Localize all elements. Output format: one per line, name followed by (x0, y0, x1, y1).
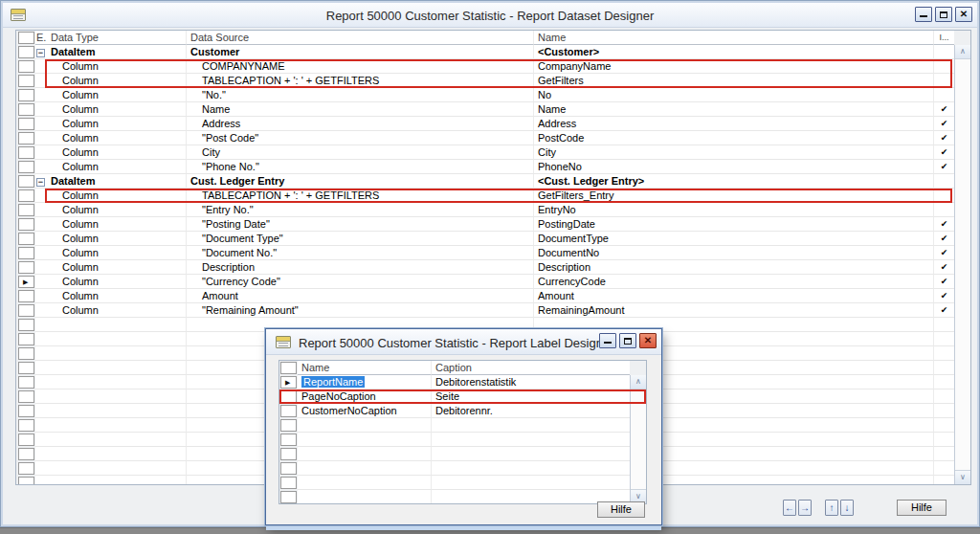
row-selector-cell[interactable] (16, 404, 35, 418)
name-cell[interactable]: Description (534, 260, 934, 275)
include-caption-cell[interactable]: ✔ (934, 260, 954, 275)
row-selector-box[interactable] (18, 89, 34, 101)
row-selector-box[interactable] (18, 304, 34, 317)
data-type-cell[interactable] (47, 389, 187, 404)
row-selector-box[interactable] (18, 319, 34, 331)
data-type-cell[interactable] (47, 404, 187, 418)
row-selector-cell[interactable] (16, 217, 35, 232)
table-row[interactable]: ColumnAddressAddress✔ (16, 117, 970, 131)
name-cell[interactable]: EntryNo (534, 203, 934, 217)
row-selector-cell[interactable] (16, 389, 35, 404)
include-caption-cell[interactable] (934, 461, 954, 476)
row-selector-cell[interactable] (279, 461, 298, 476)
label-table-row[interactable]: PageNoCaptionSeite (279, 389, 646, 404)
label-table-row[interactable]: CustomerNoCaptionDebitorennr. (279, 404, 646, 418)
minimize-button[interactable] (915, 7, 932, 22)
row-selector-cell[interactable] (279, 389, 298, 404)
data-source-cell[interactable]: Description (187, 260, 534, 275)
include-caption-cell[interactable] (934, 404, 954, 418)
row-selector-box[interactable] (280, 448, 297, 460)
data-source-cell[interactable]: "Posting Date" (187, 217, 534, 232)
row-selector-cell[interactable] (16, 303, 35, 318)
data-type-cell[interactable] (47, 375, 187, 389)
include-caption-cell[interactable] (934, 418, 954, 433)
help-button-main[interactable]: Hilfe (897, 500, 947, 516)
label-table-row[interactable]: ▶ReportNameDebitorenstatistik (279, 375, 646, 389)
name-cell[interactable]: RemainingAmount (534, 303, 934, 318)
label-name-cell[interactable]: PageNoCaption (298, 389, 432, 404)
row-selector-box[interactable] (18, 103, 34, 116)
empty-label-table-row[interactable] (279, 490, 646, 503)
include-caption-cell[interactable] (934, 74, 954, 88)
row-selector-box[interactable] (18, 189, 34, 202)
name-cell[interactable]: CompanyName (534, 59, 934, 74)
data-source-cell[interactable]: "Remaining Amount" (187, 303, 534, 318)
include-caption-cell[interactable] (934, 361, 954, 375)
include-caption-cell[interactable]: ✔ (934, 289, 954, 303)
empty-label-table-row[interactable] (279, 461, 646, 476)
data-source-cell[interactable]: "Currency Code" (187, 275, 534, 289)
move-down-button[interactable]: ↓ (840, 500, 854, 516)
row-selector-cell[interactable] (16, 318, 35, 332)
empty-label-table-row[interactable] (279, 447, 646, 461)
row-selector-cell[interactable] (279, 447, 298, 461)
table-row[interactable]: ColumnAmountAmount✔ (16, 289, 970, 303)
row-selector-box[interactable] (18, 175, 34, 188)
include-caption-cell[interactable]: ✔ (934, 217, 954, 232)
data-type-cell[interactable]: Column (47, 131, 187, 145)
row-selector-cell[interactable] (16, 433, 35, 447)
row-selector-box[interactable] (18, 75, 34, 87)
include-caption-cell[interactable] (934, 189, 954, 203)
data-type-cell[interactable]: Column (47, 303, 187, 318)
name-cell[interactable]: GetFilters_Entry (534, 189, 934, 203)
name-cell[interactable]: PostingDate (534, 217, 934, 232)
row-selector-box[interactable] (280, 405, 297, 417)
collapse-icon[interactable]: − (36, 178, 45, 187)
data-type-cell[interactable] (47, 318, 187, 332)
table-row[interactable]: Column"Posting Date"PostingDate✔ (16, 217, 970, 232)
name-cell[interactable]: PostCode (534, 131, 934, 145)
include-caption-cell[interactable]: ✔ (934, 102, 954, 117)
row-selector-box[interactable] (280, 419, 297, 432)
data-type-cell[interactable] (47, 332, 187, 346)
data-source-cell[interactable]: "Post Code" (187, 131, 534, 145)
include-caption-cell[interactable] (934, 346, 954, 361)
row-selector-box[interactable] (18, 290, 34, 302)
include-caption-cell[interactable]: ✔ (934, 232, 954, 246)
label-name-cell[interactable] (298, 447, 432, 461)
row-selector-cell[interactable] (16, 189, 35, 203)
data-type-cell[interactable]: DataItem (47, 174, 187, 189)
data-source-cell[interactable]: "No." (187, 88, 534, 102)
header-selector-box[interactable] (18, 32, 34, 44)
label-caption-cell[interactable]: Debitorenstatistik (432, 375, 630, 389)
table-row[interactable]: Column"Entry No."EntryNo (16, 203, 970, 217)
row-selector-box[interactable] (18, 146, 34, 159)
col-header-expand[interactable]: E.. (35, 31, 47, 45)
data-type-cell[interactable] (47, 433, 187, 447)
row-selector-cell[interactable] (16, 174, 35, 189)
name-cell[interactable]: <Cust. Ledger Entry> (534, 174, 934, 189)
row-selector-box[interactable] (18, 448, 34, 460)
row-selector-box[interactable] (18, 347, 34, 360)
include-caption-cell[interactable] (934, 88, 954, 102)
table-row[interactable]: Column"Post Code"PostCode✔ (16, 131, 970, 145)
row-selector-box[interactable] (280, 462, 297, 475)
dialog-minimize-button[interactable] (599, 333, 616, 348)
data-type-cell[interactable]: Column (47, 59, 187, 74)
data-source-cell[interactable]: "Entry No." (187, 203, 534, 217)
row-selector-cell[interactable] (16, 117, 35, 131)
include-caption-cell[interactable] (934, 375, 954, 389)
row-selector-box[interactable] (280, 491, 297, 503)
dialog-maximize-button[interactable] (619, 333, 636, 348)
next-record-button[interactable]: → (798, 500, 812, 516)
row-selector-cell[interactable] (279, 476, 298, 490)
data-type-cell[interactable]: Column (47, 260, 187, 275)
row-selector-cell[interactable] (279, 490, 298, 503)
name-cell[interactable]: Address (534, 117, 934, 131)
row-selector-box[interactable] (18, 161, 34, 173)
row-selector-cell[interactable] (16, 145, 35, 160)
row-selector-box[interactable] (18, 218, 34, 231)
row-selector-box[interactable] (18, 118, 34, 130)
data-source-cell[interactable]: "Document Type" (187, 232, 534, 246)
data-source-cell[interactable]: Amount (187, 289, 534, 303)
